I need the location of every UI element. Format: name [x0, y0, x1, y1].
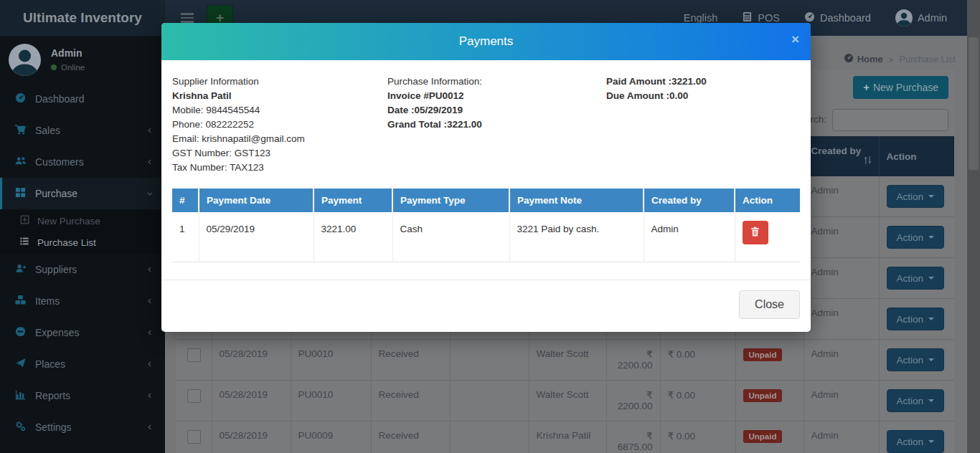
purchase-date: Date :05/29/2019: [387, 103, 606, 118]
table-row: 05/28/2019PU0010ReceivedWalter Scott₹ 22…: [176, 381, 954, 421]
user-menu[interactable]: Admin: [895, 9, 947, 27]
chevron-left-icon: [146, 422, 154, 433]
payments-modal: Payments × Supplier Information Krishna …: [161, 23, 811, 332]
row-action-button[interactable]: Action: [887, 389, 945, 412]
sidebar-item-sales[interactable]: Sales: [0, 115, 165, 146]
sidebar-item-purchase-list[interactable]: Purchase List: [0, 232, 165, 253]
supplier-tax: Tax Number: TAX123: [172, 161, 387, 175]
dashboard-icon: [844, 53, 854, 65]
supplier-name: Krishna Patil: [172, 89, 387, 103]
chevron-left-icon: [146, 328, 154, 338]
chevron-left-icon: [146, 157, 154, 168]
supplier-information: Supplier Information Krishna Patil Mobil…: [172, 75, 387, 175]
chevron-left-icon: [146, 264, 154, 275]
sidebar-item-reports[interactable]: Reports: [0, 380, 165, 411]
row-action-button[interactable]: Action: [887, 185, 945, 208]
caret-down-icon: [928, 195, 934, 198]
sidebar-item-items[interactable]: Items: [0, 285, 165, 317]
user-plus-icon: [14, 263, 27, 276]
gears-icon: [14, 421, 27, 434]
row-checkbox[interactable]: [187, 389, 201, 403]
sidebar-item-new-purchase[interactable]: New Purchase: [0, 210, 165, 232]
payment-note: 3221 Paid by cash.: [509, 213, 644, 262]
table-row: 05/28/2019PU0009ReceivedKrishna Patil₹ 6…: [176, 421, 954, 453]
supplier-gst: GST Number: GST123: [172, 146, 387, 161]
purchase-info-heading: Purchase Information:: [387, 75, 606, 89]
row-action-button[interactable]: Action: [887, 267, 945, 290]
sidebar-item-places[interactable]: Places: [0, 348, 165, 380]
col-num: #: [172, 189, 199, 213]
row-checkbox[interactable]: [187, 430, 201, 444]
row-checkbox[interactable]: [187, 348, 201, 362]
row-action-button[interactable]: Action: [887, 348, 945, 371]
delete-payment-button[interactable]: [743, 221, 768, 244]
users-icon: [14, 156, 27, 168]
col-created-by: Created by: [644, 189, 735, 213]
breadcrumb-current: Purchase List: [899, 54, 956, 65]
purchase-grand-total: Grand Total :3221.00: [387, 118, 606, 132]
plus-square-icon: [19, 215, 30, 226]
avatar: [895, 9, 913, 27]
breadcrumb: Home > Purchase List: [844, 53, 956, 65]
app-brand[interactable]: Ultimate Inventory: [0, 0, 165, 36]
dashboard-icon: [14, 92, 27, 105]
row-action-button[interactable]: Action: [887, 226, 945, 249]
chevron-left-icon: [146, 391, 154, 401]
sidebar-item-expenses[interactable]: Expenses: [0, 317, 165, 348]
col-payment-date: Payment Date: [199, 189, 314, 213]
online-dot-icon: [51, 65, 57, 70]
scrollbar-thumb[interactable]: [969, 37, 979, 170]
paper-plane-icon: [14, 358, 27, 371]
search-input[interactable]: [832, 109, 948, 131]
caret-down-icon: [928, 318, 934, 320]
supplier-mobile: Mobile: 9844545544: [172, 103, 387, 118]
due-amount: Due Amount :0.00: [606, 89, 707, 103]
row-action-button[interactable]: Action: [887, 307, 945, 330]
dashboard-link[interactable]: Dashboard: [804, 11, 871, 24]
breadcrumb-home-link[interactable]: Home: [844, 53, 883, 65]
payments-table-header-row: # Payment Date Payment Payment Type Paym…: [172, 189, 800, 213]
close-icon[interactable]: ×: [791, 32, 799, 46]
payment-amount: 3221.00: [314, 213, 392, 262]
sidebar-item-dashboard[interactable]: Dashboard: [0, 83, 165, 115]
caret-down-icon: [928, 358, 934, 361]
payment-row: 1 05/29/2019 3221.00 Cash 3221 Paid by c…: [172, 213, 800, 262]
row-action-button[interactable]: Action: [887, 430, 945, 453]
breadcrumb-separator: >: [889, 55, 893, 64]
avatar: [9, 44, 41, 76]
action-header: Action: [879, 136, 954, 176]
modal-footer: Close: [161, 280, 811, 332]
minus-circle-icon: [14, 326, 27, 339]
new-purchase-button[interactable]: +New Purchase: [853, 76, 948, 99]
chevron-left-icon: [146, 296, 154, 307]
supplier-email: Email: krishnapatil@gmail.com: [172, 132, 387, 146]
language-menu[interactable]: English: [684, 12, 718, 24]
payments-table: # Payment Date Payment Payment Type Paym…: [172, 189, 800, 262]
sort-icon: [864, 156, 872, 167]
sidebar-item-customers[interactable]: Customers: [0, 146, 165, 178]
chevron-left-icon: [146, 125, 154, 136]
plus-icon: +: [863, 81, 870, 93]
sidebar-item-purchase[interactable]: Purchase: [0, 178, 165, 209]
table-row: 05/28/2019PU0010ReceivedWalter Scott₹ 22…: [176, 340, 954, 381]
close-button[interactable]: Close: [739, 290, 800, 319]
sidebar-menu-lower: Suppliers Items Expenses Places Reports …: [0, 254, 165, 443]
created-by-header[interactable]: Created by: [804, 136, 879, 176]
payment-created-by: Admin: [644, 213, 735, 262]
modal-body: Supplier Information Krishna Patil Mobil…: [161, 60, 811, 262]
col-payment-type: Payment Type: [392, 189, 509, 213]
purchase-submenu: New Purchase Purchase List: [0, 209, 165, 254]
modal-header: Payments ×: [161, 23, 811, 60]
chevron-down-icon: [146, 189, 154, 199]
sidebar-item-suppliers[interactable]: Suppliers: [0, 254, 165, 285]
col-payment: Payment: [314, 189, 392, 213]
status-badge: Unpaid: [743, 389, 783, 402]
sidebar-menu: Dashboard Sales Customers Purchase: [0, 83, 165, 209]
cubes-icon: [14, 295, 27, 307]
payment-num: 1: [172, 213, 199, 262]
sidebar-user-panel: Admin Online: [0, 36, 165, 83]
chart-bar-icon: [14, 389, 27, 402]
page-scrollbar: [967, 0, 980, 453]
sidebar-item-settings[interactable]: Settings: [0, 411, 165, 443]
caret-down-icon: [928, 399, 934, 402]
